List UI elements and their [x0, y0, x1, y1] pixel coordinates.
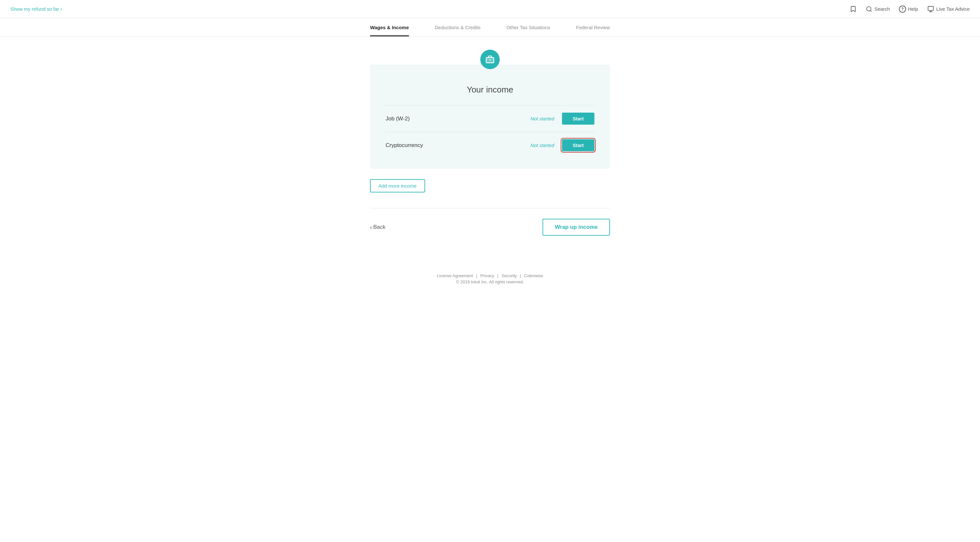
footer: License Agreement | Privacy | Security |…	[0, 266, 980, 290]
chevron-right-icon: ›	[60, 6, 62, 12]
help-button[interactable]: ? Help	[899, 5, 918, 13]
job-w2-row: Job (W-2) Not started Start	[386, 105, 594, 132]
footer-privacy-link[interactable]: Privacy	[480, 273, 494, 278]
bookmark-icon	[850, 5, 857, 13]
wrap-up-income-button[interactable]: Wrap up income	[542, 219, 610, 236]
live-tax-advice-button[interactable]: Live Tax Advice	[927, 5, 970, 13]
svg-point-6	[489, 59, 491, 61]
income-card: Your income Job (W-2) Not started Start …	[370, 65, 610, 169]
help-label: Help	[908, 6, 918, 12]
top-nav-right: Search ? Help Live Tax Advice	[850, 5, 970, 13]
income-title: Your income	[467, 85, 513, 95]
tab-wages-income[interactable]: Wages & Income	[370, 25, 409, 37]
tab-federal-review[interactable]: Federal Review	[576, 25, 610, 37]
back-chevron-icon: ‹	[370, 224, 372, 231]
main-content: Your income Job (W-2) Not started Start …	[364, 37, 616, 266]
search-button[interactable]: Search	[866, 6, 890, 12]
live-tax-icon	[927, 5, 934, 13]
briefcase-icon	[485, 55, 495, 64]
income-card-header: Your income	[386, 75, 594, 95]
footer-links: License Agreement | Privacy | Security |…	[0, 273, 980, 278]
footer-cobrowse-link[interactable]: Cobrowse	[524, 273, 543, 278]
show-refund-text: Show my refund so far	[10, 6, 59, 12]
tab-other-tax[interactable]: Other Tax Situations	[506, 25, 550, 37]
crypto-right: Not started Start	[531, 139, 594, 151]
crypto-label: Cryptocurrency	[386, 142, 423, 149]
search-icon	[866, 6, 872, 12]
crypto-status: Not started	[531, 142, 554, 148]
job-w2-start-button[interactable]: Start	[562, 113, 594, 124]
job-w2-right: Not started Start	[531, 113, 594, 124]
bottom-nav: ‹ Back Wrap up income	[370, 219, 610, 246]
search-label: Search	[874, 6, 890, 12]
crypto-row: Cryptocurrency Not started Start	[386, 132, 594, 158]
help-icon: ?	[899, 5, 906, 13]
job-w2-status: Not started	[531, 116, 554, 121]
crypto-start-button[interactable]: Start	[562, 139, 594, 151]
show-refund-link[interactable]: Show my refund so far ›	[10, 6, 62, 12]
top-nav: Show my refund so far › Search ? Help	[0, 0, 980, 18]
footer-license-link[interactable]: License Agreement	[437, 273, 473, 278]
add-more-income-button[interactable]: Add more income	[370, 179, 425, 193]
footer-security-link[interactable]: Security	[502, 273, 517, 278]
svg-line-1	[870, 10, 872, 11]
footer-copyright: © 2019 Intuit Inc. All rights reserved.	[0, 279, 980, 284]
back-label: Back	[373, 224, 386, 230]
live-tax-advice-label: Live Tax Advice	[936, 6, 970, 12]
bookmark-button[interactable]	[850, 5, 857, 13]
back-button[interactable]: ‹ Back	[370, 224, 386, 231]
svg-rect-2	[928, 6, 934, 10]
job-w2-label: Job (W-2)	[386, 116, 410, 122]
income-icon-circle	[480, 49, 500, 69]
tab-nav: Wages & Income Deductions & Credits Othe…	[0, 18, 980, 37]
tab-deductions-credits[interactable]: Deductions & Credits	[435, 25, 480, 37]
